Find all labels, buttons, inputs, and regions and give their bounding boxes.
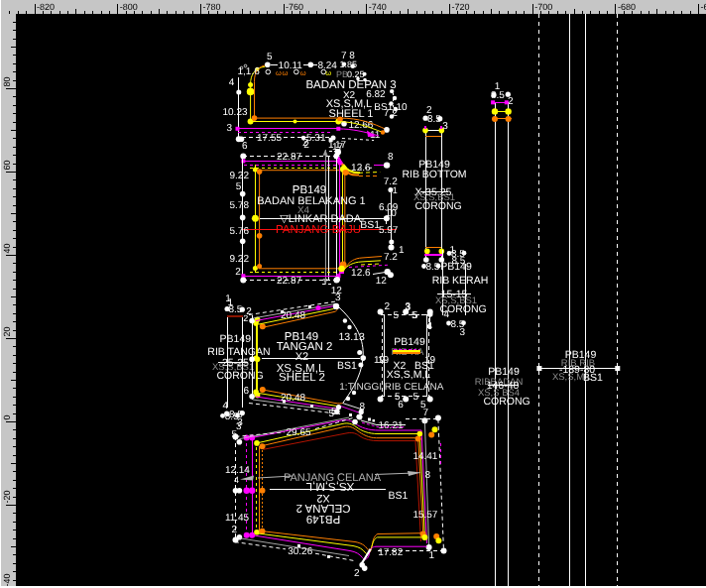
svg-text:13.13: 13.13	[339, 331, 365, 343]
svg-text:40: 40	[3, 243, 13, 253]
svg-text:2: 2	[235, 267, 241, 278]
svg-text:X2: X2	[295, 351, 308, 363]
svg-text:10.23: 10.23	[223, 107, 248, 118]
svg-text:60: 60	[3, 160, 13, 170]
svg-text:BS1: BS1	[360, 219, 380, 231]
svg-text:SHEEL 2: SHEEL 2	[279, 372, 325, 384]
svg-text:RIB KERAH: RIB KERAH	[432, 275, 489, 287]
svg-text:ω: ω	[283, 68, 289, 77]
svg-text:3: 3	[460, 327, 466, 338]
svg-text:PB149: PB149	[440, 261, 472, 273]
svg-text:3: 3	[406, 301, 412, 312]
svg-text:CORONG: CORONG	[483, 396, 530, 408]
svg-text:6: 6	[398, 400, 404, 411]
svg-text:CORONG: CORONG	[217, 370, 264, 382]
svg-text:-800: -800	[120, 2, 138, 12]
svg-text:0.25: 0.25	[347, 69, 365, 79]
svg-text:4: 4	[229, 77, 235, 88]
svg-text:5: 5	[236, 181, 242, 192]
svg-text:22.87: 22.87	[277, 276, 301, 287]
svg-text:12.6: 12.6	[351, 268, 371, 279]
svg-text:3: 3	[236, 421, 242, 432]
svg-text:▽LINKAR DADA-: ▽LINKAR DADA-	[280, 213, 365, 225]
svg-text:2: 2	[385, 301, 391, 312]
svg-text:30.26: 30.26	[288, 546, 312, 557]
svg-text:XS,S,M,L: XS,S,M,L	[387, 369, 431, 381]
svg-text:12: 12	[376, 276, 388, 287]
svg-text:-780: -780	[202, 2, 220, 12]
svg-text:6: 6	[242, 141, 248, 152]
svg-text:7: 7	[423, 408, 429, 418]
svg-text:29.65: 29.65	[287, 427, 311, 438]
svg-text:6: 6	[243, 386, 249, 397]
svg-text:-740: -740	[369, 2, 387, 12]
svg-text:1: 1	[393, 185, 398, 195]
svg-text:17.82: 17.82	[378, 547, 403, 558]
svg-text:-660: -660	[701, 2, 706, 12]
svg-text:5: 5	[412, 310, 417, 321]
svg-text:-20: -20	[3, 490, 13, 503]
svg-text:16.21: 16.21	[379, 420, 404, 431]
svg-text:5.31: 5.31	[306, 133, 326, 144]
svg-text:3: 3	[335, 293, 341, 303]
svg-text:20: 20	[3, 326, 13, 336]
svg-text:1: 1	[399, 245, 405, 256]
svg-text:5: 5	[329, 409, 335, 419]
svg-text:9.22: 9.22	[230, 171, 250, 181]
svg-text:2: 2	[354, 568, 360, 579]
svg-text:4: 4	[223, 401, 229, 412]
svg-text:80: 80	[3, 76, 13, 86]
svg-text:ω: ω	[325, 68, 331, 77]
svg-text:PB149: PB149	[220, 333, 252, 345]
svg-text:4: 4	[426, 321, 432, 332]
svg-text:CORONG: CORONG	[414, 200, 461, 212]
svg-text:4: 4	[444, 309, 450, 320]
svg-text:-720: -720	[452, 2, 470, 12]
svg-text:5.76: 5.76	[230, 226, 250, 237]
svg-text:15.57: 15.57	[412, 510, 437, 521]
svg-text:17.55: 17.55	[257, 133, 282, 144]
svg-text:RIB BOTTOM: RIB BOTTOM	[402, 169, 466, 180]
svg-text:5.97: 5.97	[379, 225, 399, 236]
svg-text:8: 8	[425, 470, 431, 481]
svg-text:8: 8	[388, 152, 394, 163]
svg-text:11.45: 11.45	[225, 513, 250, 524]
svg-text:2: 2	[508, 96, 514, 107]
svg-text:X2: X2	[316, 492, 329, 504]
svg-text:7.2: 7.2	[384, 252, 398, 263]
svg-text:19: 19	[374, 355, 386, 366]
svg-text:0: 0	[3, 414, 13, 419]
svg-text:20.48: 20.48	[281, 310, 305, 321]
svg-text:-700: -700	[534, 2, 552, 12]
svg-text:5: 5	[267, 52, 273, 62]
svg-text:5: 5	[394, 310, 400, 321]
svg-text:1,1.6: 1,1.6	[238, 66, 261, 77]
svg-text:3: 3	[442, 121, 448, 132]
svg-text:1:TINGGI RIB CELANA: 1:TINGGI RIB CELANA	[339, 382, 443, 393]
svg-text:2: 2	[243, 313, 248, 323]
svg-text:PANJANG BAJU: PANJANG BAJU	[276, 224, 361, 236]
svg-text:BADAN BELAKANG 1: BADAN BELAKANG 1	[257, 195, 365, 207]
svg-text:3: 3	[227, 123, 233, 134]
svg-text:4: 4	[234, 475, 239, 485]
svg-text:BS1: BS1	[583, 372, 603, 384]
svg-text:-40: -40	[3, 573, 13, 586]
svg-text:ω: ω	[300, 68, 306, 77]
svg-text:CELANA 2: CELANA 2	[296, 502, 351, 514]
svg-text:5: 5	[413, 392, 419, 403]
svg-text:SHEEL 1: SHEEL 1	[329, 108, 374, 120]
svg-text:-820: -820	[37, 2, 55, 12]
svg-text:9.22: 9.22	[230, 254, 250, 265]
svg-text:-680: -680	[618, 2, 636, 12]
svg-text:XS,S,M,L: XS,S,M,L	[305, 480, 354, 492]
svg-text:2: 2	[232, 525, 238, 535]
svg-text:14.41: 14.41	[412, 451, 437, 462]
svg-text:1: 1	[429, 550, 435, 561]
svg-text:BS1: BS1	[388, 490, 408, 502]
svg-text:5.78: 5.78	[230, 200, 250, 211]
svg-text:BS1: BS1	[337, 360, 357, 372]
svg-text:ω: ω	[276, 68, 282, 77]
svg-text:-760: -760	[286, 2, 303, 12]
svg-text:PB149: PB149	[306, 513, 341, 525]
svg-text:2: 2	[303, 140, 309, 151]
